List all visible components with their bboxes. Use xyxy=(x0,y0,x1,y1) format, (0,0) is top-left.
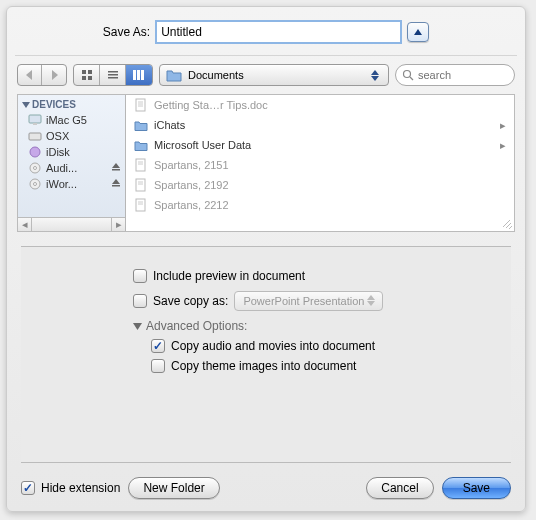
nav-back-button[interactable] xyxy=(18,65,42,85)
svg-rect-7 xyxy=(108,71,118,73)
folder-icon xyxy=(166,68,182,82)
save-copy-row: Save copy as: PowerPoint Presentation xyxy=(133,291,511,311)
svg-point-15 xyxy=(404,71,411,78)
list-item[interactable]: Spartans, 2151 xyxy=(126,155,514,175)
view-columns-button[interactable] xyxy=(126,65,152,85)
svg-rect-4 xyxy=(88,70,92,74)
svg-rect-5 xyxy=(82,76,86,80)
save-copy-label: Save copy as: xyxy=(153,294,228,308)
svg-point-27 xyxy=(34,183,37,186)
eject-icon[interactable] xyxy=(111,178,121,190)
copy-av-checkbox[interactable] xyxy=(151,339,165,353)
svg-marker-24 xyxy=(112,163,120,168)
hide-extension-checkbox[interactable] xyxy=(21,481,35,495)
sidebar-item-label: Audi... xyxy=(46,162,77,174)
bottom-bar: Hide extension New Folder Cancel Save xyxy=(7,471,525,511)
search-input[interactable] xyxy=(418,69,498,81)
svg-marker-17 xyxy=(22,102,30,108)
column-view: Getting Sta…r Tips.doc iChats▸ Microsoft… xyxy=(126,95,514,231)
document-icon xyxy=(134,98,148,112)
svg-line-43 xyxy=(503,220,510,227)
view-list-button[interactable] xyxy=(100,65,126,85)
format-label: PowerPoint Presentation xyxy=(243,295,364,307)
document-icon xyxy=(134,158,148,172)
list-item[interactable]: Microsoft User Data▸ xyxy=(126,135,514,155)
sidebar: DEVICES iMac G5 OSX iDisk Audi... iWor..… xyxy=(18,95,126,231)
format-popup[interactable]: PowerPoint Presentation xyxy=(234,291,383,311)
list-item-label: Spartans, 2192 xyxy=(154,179,229,191)
sidebar-item-label: iWor... xyxy=(46,178,77,190)
svg-rect-29 xyxy=(112,185,120,187)
eject-icon[interactable] xyxy=(111,162,121,174)
list-item[interactable]: Spartans, 2192 xyxy=(126,175,514,195)
sidebar-item-label: OSX xyxy=(46,130,69,142)
toolbar: Documents xyxy=(7,56,525,94)
save-button[interactable]: Save xyxy=(442,477,511,499)
svg-marker-2 xyxy=(52,70,58,80)
svg-marker-48 xyxy=(133,323,142,330)
svg-marker-47 xyxy=(367,301,375,306)
disc-icon xyxy=(28,178,42,190)
sidebar-item[interactable]: iWor... xyxy=(18,176,125,192)
list-item[interactable]: Getting Sta…r Tips.doc xyxy=(126,95,514,115)
sidebar-item[interactable]: Audi... xyxy=(18,160,125,176)
scroll-left-button[interactable]: ◂ xyxy=(18,218,32,231)
sidebar-item[interactable]: iDisk xyxy=(18,144,125,160)
list-item[interactable]: iChats▸ xyxy=(126,115,514,135)
options-panel: Include preview in document Save copy as… xyxy=(21,246,511,463)
sidebar-item[interactable]: iMac G5 xyxy=(18,112,125,128)
include-preview-row: Include preview in document xyxy=(133,269,511,283)
sidebar-item[interactable]: OSX xyxy=(18,128,125,144)
svg-marker-46 xyxy=(367,295,375,300)
scroll-track[interactable] xyxy=(32,218,111,231)
cancel-button[interactable]: Cancel xyxy=(366,477,433,499)
sidebar-item-label: iMac G5 xyxy=(46,114,87,126)
nav-segmented xyxy=(17,64,67,86)
sidebar-header-devices[interactable]: DEVICES xyxy=(18,95,125,112)
search-field[interactable] xyxy=(395,64,515,86)
hd-icon xyxy=(28,130,42,142)
svg-rect-10 xyxy=(133,70,136,80)
file-browser: DEVICES iMac G5 OSX iDisk Audi... iWor..… xyxy=(17,94,515,232)
svg-rect-37 xyxy=(136,179,145,191)
svg-rect-18 xyxy=(29,115,41,123)
sidebar-scrollbar[interactable]: ◂ ▸ xyxy=(18,217,125,231)
svg-point-23 xyxy=(34,167,37,170)
collapse-button[interactable] xyxy=(407,22,429,42)
svg-rect-30 xyxy=(136,99,145,111)
copy-theme-checkbox[interactable] xyxy=(151,359,165,373)
scroll-right-button[interactable]: ▸ xyxy=(111,218,125,231)
list-item-label: iChats xyxy=(154,119,185,131)
sidebar-item-label: iDisk xyxy=(46,146,70,158)
svg-point-21 xyxy=(30,147,40,157)
svg-line-45 xyxy=(509,226,512,229)
icon-view-icon xyxy=(81,69,93,81)
include-preview-checkbox[interactable] xyxy=(133,269,147,283)
list-item[interactable]: Spartans, 2212 xyxy=(126,195,514,215)
svg-rect-3 xyxy=(82,70,86,74)
disclosure-down-icon xyxy=(22,101,30,109)
svg-rect-34 xyxy=(136,159,145,171)
resize-handle[interactable] xyxy=(500,217,514,231)
imac-icon xyxy=(28,114,42,126)
location-label: Documents xyxy=(188,69,244,81)
popup-arrows-icon xyxy=(364,295,378,306)
location-popup[interactable]: Documents xyxy=(159,64,389,86)
svg-rect-20 xyxy=(29,133,41,140)
nav-forward-button[interactable] xyxy=(42,65,66,85)
svg-rect-25 xyxy=(112,169,120,171)
new-folder-button[interactable]: New Folder xyxy=(128,477,219,499)
chevron-right-icon: ▸ xyxy=(500,139,506,152)
view-icon-button[interactable] xyxy=(74,65,100,85)
search-icon xyxy=(402,69,414,81)
disclosure-down-icon xyxy=(133,322,142,331)
advanced-disclosure[interactable]: Advanced Options: xyxy=(133,319,511,333)
list-item-label: Spartans, 2212 xyxy=(154,199,229,211)
svg-line-16 xyxy=(410,77,413,80)
svg-marker-13 xyxy=(371,70,379,75)
disc-icon xyxy=(28,162,42,174)
save-copy-checkbox[interactable] xyxy=(133,294,147,308)
svg-rect-19 xyxy=(33,123,37,125)
saveas-input[interactable] xyxy=(156,21,401,43)
document-icon xyxy=(134,198,148,212)
